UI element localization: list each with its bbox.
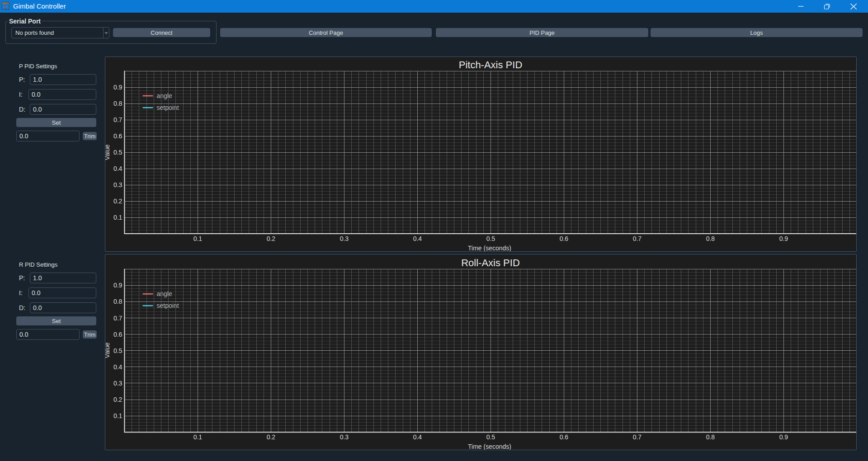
svg-text:0.3: 0.3: [340, 235, 349, 242]
svg-text:Roll-Axis PID: Roll-Axis PID: [461, 257, 520, 268]
svg-text:0.9: 0.9: [113, 84, 123, 91]
svg-text:0.8: 0.8: [706, 235, 715, 242]
svg-text:0.2: 0.2: [113, 198, 123, 205]
svg-text:0.6: 0.6: [560, 433, 569, 441]
svg-text:0.9: 0.9: [779, 235, 788, 242]
svg-text:Pitch-Axis PID: Pitch-Axis PID: [459, 59, 523, 71]
svg-text:setpoint: setpoint: [157, 302, 179, 309]
svg-text:0.4: 0.4: [113, 165, 123, 172]
svg-text:0.6: 0.6: [113, 331, 123, 338]
svg-text:0.2: 0.2: [113, 396, 123, 403]
svg-text:0.3: 0.3: [340, 433, 349, 441]
svg-text:setpoint: setpoint: [157, 104, 179, 111]
svg-text:Time (seconds): Time (seconds): [468, 245, 511, 251]
svg-text:0.5: 0.5: [113, 347, 123, 354]
svg-text:Value: Value: [105, 144, 111, 160]
svg-text:angle: angle: [157, 92, 172, 99]
svg-text:0.2: 0.2: [267, 235, 276, 242]
svg-text:Time (seconds): Time (seconds): [468, 443, 511, 450]
svg-text:0.5: 0.5: [113, 149, 123, 156]
svg-text:0.8: 0.8: [113, 100, 123, 107]
svg-text:0.1: 0.1: [113, 412, 123, 419]
svg-text:0.7: 0.7: [633, 433, 642, 441]
svg-text:0.4: 0.4: [113, 363, 123, 371]
svg-text:0.2: 0.2: [267, 433, 276, 441]
svg-text:0.4: 0.4: [413, 235, 422, 242]
svg-text:0.8: 0.8: [706, 433, 715, 441]
svg-text:0.7: 0.7: [113, 315, 123, 322]
svg-text:0.4: 0.4: [413, 433, 422, 441]
svg-text:0.7: 0.7: [633, 235, 642, 242]
svg-text:0.6: 0.6: [560, 235, 569, 242]
svg-text:Value: Value: [105, 342, 111, 358]
svg-text:angle: angle: [157, 290, 172, 297]
svg-text:0.5: 0.5: [486, 433, 495, 441]
svg-text:0.9: 0.9: [779, 433, 788, 441]
svg-text:0.5: 0.5: [486, 235, 495, 242]
svg-text:0.1: 0.1: [193, 433, 203, 441]
svg-text:0.9: 0.9: [113, 282, 123, 289]
svg-text:0.7: 0.7: [113, 116, 123, 123]
svg-text:0.1: 0.1: [113, 214, 123, 221]
svg-text:0.3: 0.3: [113, 380, 123, 387]
svg-text:0.8: 0.8: [113, 298, 123, 305]
svg-text:0.1: 0.1: [193, 235, 203, 242]
svg-text:0.3: 0.3: [113, 181, 123, 188]
svg-text:0.6: 0.6: [113, 132, 123, 140]
